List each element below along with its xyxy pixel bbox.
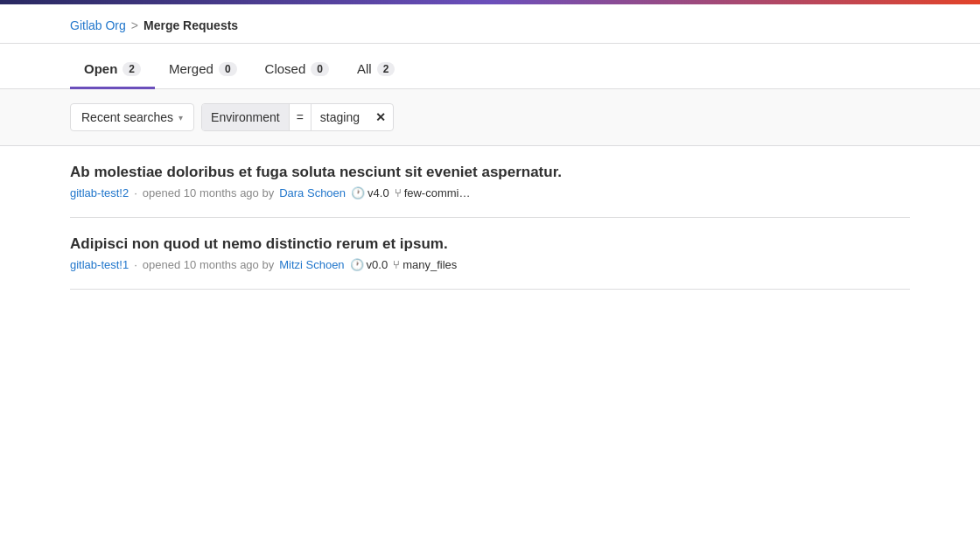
tab-merged-badge: 0 xyxy=(219,62,237,76)
tab-open-badge: 2 xyxy=(122,62,141,76)
mr-branch-1: ⑂ few-commi… xyxy=(395,186,471,200)
chevron-down-icon: ▾ xyxy=(178,113,183,122)
mr-branch-value-2: many_files xyxy=(402,258,457,271)
mr-milestone-1: 🕐 v4.0 xyxy=(351,186,389,200)
mr-opened-1: opened 10 months ago by xyxy=(143,186,274,200)
mr-milestone-value-1: v4.0 xyxy=(368,186,389,200)
mr-item-1: Ab molestiae doloribus et fuga soluta ne… xyxy=(70,146,910,218)
tab-closed-label: Closed xyxy=(265,61,306,76)
filter-tag-op: = xyxy=(290,104,312,130)
recent-searches-label: Recent searches xyxy=(81,110,173,124)
mr-branch-2: ⑂ many_files xyxy=(393,258,457,271)
tab-all-label: All xyxy=(357,61,372,76)
breadcrumb-current: Merge Requests xyxy=(144,18,238,32)
mr-ref-1[interactable]: gitlab-test!2 xyxy=(70,186,129,200)
filter-tag-value: staging xyxy=(312,104,368,130)
mr-meta-2: gitlab-test!1 · opened 10 months ago by … xyxy=(70,258,910,271)
mr-milestone-value-2: v0.0 xyxy=(367,258,388,271)
tab-open-label: Open xyxy=(84,61,117,76)
tab-open[interactable]: Open 2 xyxy=(70,51,155,89)
filter-tag-key: Environment xyxy=(202,104,290,130)
filter-tag-environment: Environment = staging ✕ xyxy=(201,103,394,131)
mr-milestone-2: 🕐 v0.0 xyxy=(350,258,388,271)
tab-merged-label: Merged xyxy=(169,61,214,76)
clock-icon-2: 🕐 xyxy=(350,258,364,271)
mr-opened-2: opened 10 months ago by xyxy=(143,258,274,271)
mr-author-1[interactable]: Dara Schoen xyxy=(279,186,346,200)
merge-requests-list: Ab molestiae doloribus et fuga soluta ne… xyxy=(0,146,980,290)
recent-searches-button[interactable]: Recent searches ▾ xyxy=(70,103,194,131)
breadcrumb-separator: > xyxy=(131,18,138,32)
filters-row: Recent searches ▾ Environment = staging … xyxy=(0,89,980,146)
header-divider xyxy=(0,43,980,44)
mr-dot-2: · xyxy=(134,258,137,271)
mr-meta-1: gitlab-test!2 · opened 10 months ago by … xyxy=(70,186,910,200)
fork-icon-2: ⑂ xyxy=(393,258,400,271)
tab-closed-badge: 0 xyxy=(311,62,329,76)
tab-all[interactable]: All 2 xyxy=(343,51,409,89)
clock-icon: 🕐 xyxy=(351,186,365,200)
tab-merged[interactable]: Merged 0 xyxy=(155,51,251,89)
tab-all-badge: 2 xyxy=(377,62,396,76)
tab-closed[interactable]: Closed 0 xyxy=(251,51,343,89)
breadcrumb: Gitlab Org > Merge Requests xyxy=(0,4,980,43)
mr-item-2: Adipisci non quod ut nemo distinctio rer… xyxy=(70,218,910,290)
mr-title-2[interactable]: Adipisci non quod ut nemo distinctio rer… xyxy=(70,235,910,253)
tabs-container: Open 2 Merged 0 Closed 0 All 2 xyxy=(0,51,980,89)
filter-tag-close-button[interactable]: ✕ xyxy=(368,104,393,130)
fork-icon: ⑂ xyxy=(395,186,402,200)
mr-dot-1: · xyxy=(134,186,137,200)
breadcrumb-org[interactable]: Gitlab Org xyxy=(70,18,126,32)
mr-title-1[interactable]: Ab molestiae doloribus et fuga soluta ne… xyxy=(70,164,910,181)
mr-author-2[interactable]: Mitzi Schoen xyxy=(279,258,344,271)
mr-branch-value-1: few-commi… xyxy=(404,186,471,200)
mr-ref-2[interactable]: gitlab-test!1 xyxy=(70,258,129,271)
